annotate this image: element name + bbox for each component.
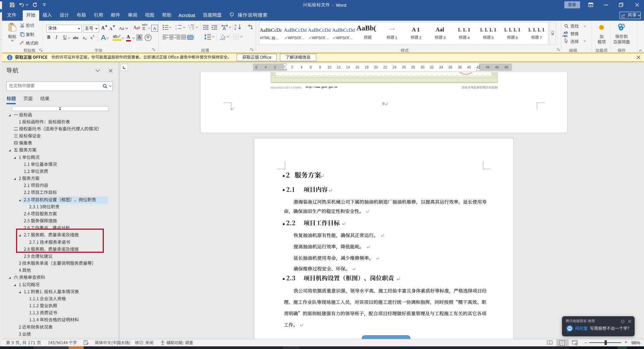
svg-text:1.: 1.	[175, 25, 177, 27]
svg-text:i.: i.	[190, 28, 191, 30]
svg-text:2.: 2.	[175, 28, 177, 30]
